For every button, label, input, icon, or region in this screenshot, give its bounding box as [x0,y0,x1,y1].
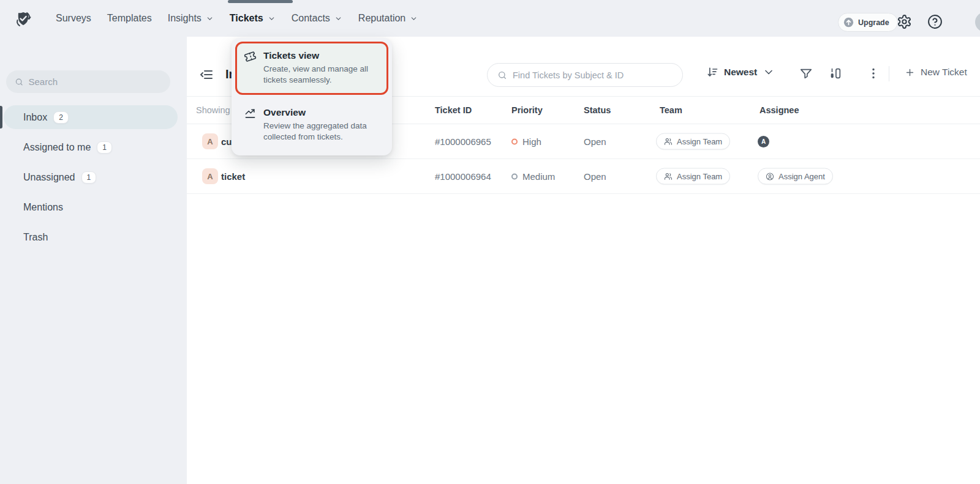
chevron-down-icon [763,66,775,78]
chevron-down-icon [334,15,342,23]
sidebar-item[interactable]: Assigned to me 1 [0,132,187,162]
menu-item-description: Create, view and manage all tickets seam… [263,64,381,86]
sort-dropdown[interactable]: Newest [706,66,775,78]
tickets-dropdown-menu: Tickets view Create, view and manage all… [232,38,392,155]
ticket-icon [243,50,258,64]
ticket-search-input[interactable] [513,70,673,80]
team-users-icon [664,172,673,181]
ticket-search[interactable] [487,63,683,87]
chevron-down-icon [410,15,418,23]
team-users-icon [664,137,673,146]
plus-icon [905,67,915,78]
new-ticket-button[interactable]: New Ticket [905,67,967,78]
chevron-down-icon [268,15,276,23]
ticket-id: #1000006964 [435,171,491,182]
search-icon [15,77,24,87]
sort-label: Newest [724,67,757,78]
priority-cell: Medium [511,171,555,182]
menu-item[interactable]: Overview Review the aggregated data coll… [235,99,388,152]
sort-descending-icon [706,66,718,78]
sidebar-item-label: Trash [23,232,48,243]
sidebar-search[interactable] [6,70,170,93]
count-badge: 1 [81,171,97,184]
sidebar-search-input[interactable] [29,76,162,87]
topnav-item[interactable]: Reputation [358,13,418,24]
ticket-id: #1000006965 [435,136,491,147]
more-options-kebab-icon[interactable] [867,67,878,80]
new-ticket-label: New Ticket [921,67,967,78]
selected-indicator [0,106,2,128]
column-header: Ticket ID [435,105,472,115]
count-badge: 2 [53,111,69,124]
priority-label: High [522,136,541,147]
topnav-item[interactable]: Contacts [292,13,342,24]
priority-ring-icon [511,138,518,144]
assign-team-label: Assign Team [677,172,722,181]
topnav-item-label: Contacts [292,13,330,24]
sidebar-item[interactable]: Inbox 2 [0,102,187,132]
upgrade-button[interactable]: Upgrade [838,13,898,32]
sidebar-item-label: Unassigned [23,172,75,183]
brand-logo-icon[interactable] [13,9,33,29]
assign-team-label: Assign Team [677,137,722,146]
topnav-item-label: Templates [107,13,152,24]
help-icon[interactable] [927,14,943,29]
columns-settings-icon[interactable] [829,67,842,80]
upgrade-arrow-icon [843,17,854,28]
assign-team-button[interactable]: Assign Team [656,168,730,185]
sidebar: Inbox 2 Assigned to me 1 Unassigned 1 Me… [0,37,187,484]
topnav-item-label: Surveys [56,13,91,24]
top-navigation-bar: Surveys Templates Insights Tickets Conta… [0,0,980,37]
filter-funnel-icon[interactable] [799,67,813,80]
sidebar-item[interactable]: Trash [0,222,187,252]
settings-gear-icon[interactable] [897,14,912,29]
ticket-subject: ticket [221,171,245,182]
priority-ring-icon [511,173,518,179]
priority-cell: High [511,136,541,147]
subject-avatar: A [202,133,218,149]
topnav-item[interactable]: Insights [168,13,214,24]
status-label: Open [584,171,606,182]
topnav-item-label: Reputation [358,13,405,24]
column-header: Status [584,105,611,115]
sidebar-item-label: Assigned to me [23,142,91,153]
column-header: Team [660,105,682,115]
upgrade-label: Upgrade [858,18,889,27]
ticket-row[interactable]: A ticket #1000006964 Medium Open Assign … [187,159,980,194]
topnav-item-label: Tickets [230,13,263,24]
subject-avatar: A [202,168,218,184]
priority-label: Medium [522,171,555,182]
topnav-item[interactable]: Tickets [230,13,276,24]
app-window: Surveys Templates Insights Tickets Conta… [0,0,980,484]
assign-agent-label: Assign Agent [778,172,825,181]
assign-agent-button[interactable]: Assign Agent [758,168,833,185]
topnav-item-label: Insights [168,13,202,24]
topnav-item[interactable]: Surveys [56,13,91,24]
trending-up-icon [244,108,256,119]
agent-user-circle-icon [766,172,774,181]
menu-item-title: Tickets view [263,50,381,61]
user-avatar[interactable] [975,12,980,32]
toolbar-divider [889,66,889,81]
primary-nav: Surveys Templates Insights Tickets Conta… [56,0,418,37]
sidebar-item[interactable]: Unassigned 1 [0,162,187,192]
menu-item-title: Overview [263,107,381,118]
menu-item-description: Review the aggregated data collected fro… [263,121,381,143]
showing-count-label: Showing [196,105,230,115]
sidebar-nav-list: Inbox 2 Assigned to me 1 Unassigned 1 Me… [0,102,187,252]
search-icon [497,70,507,80]
sidebar-item-label: Inbox [23,112,47,123]
assignee-avatar[interactable]: A [758,136,769,147]
menu-item[interactable]: Tickets view Create, view and manage all… [235,42,388,95]
status-label: Open [584,136,606,147]
collapse-sidebar-icon[interactable] [199,67,214,82]
sidebar-item-label: Mentions [23,202,63,213]
topnav-item[interactable]: Templates [107,13,152,24]
chevron-down-icon [206,15,214,23]
column-header: Assignee [760,105,799,115]
assign-team-button[interactable]: Assign Team [656,133,730,150]
count-badge: 1 [97,141,112,154]
column-header: Priority [511,105,543,115]
sidebar-item[interactable]: Mentions [0,192,187,222]
